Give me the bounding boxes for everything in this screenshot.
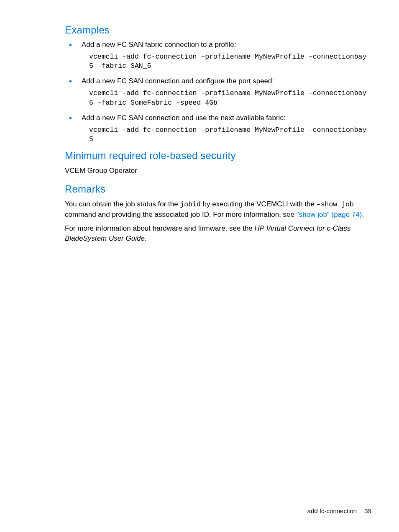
list-item: Add a new FC SAN connection and configur… [65,77,371,107]
text-run: You can obtain the job status for the [65,200,180,208]
text-run: For more information about hardware and … [65,224,255,232]
text-run: . [145,234,147,242]
heading-remarks: Remarks [65,183,371,195]
list-item: Add a new FC SAN fabric connection to a … [65,40,371,71]
heading-examples: Examples [65,24,371,36]
remarks-paragraph-2: For more information about hardware and … [65,224,371,243]
example-desc: Add a new FC SAN connection and configur… [82,77,274,85]
link-show-job[interactable]: "show job" (page 74) [297,211,362,218]
example-desc: Add a new FC SAN connection and use the … [82,114,286,122]
example-desc: Add a new FC SAN fabric connection to a … [82,41,236,49]
page-footer: add fc-connection 39 [307,507,371,514]
text-run: command and providing the associated job… [65,211,297,218]
security-text: VCEM Group Operator [65,166,371,175]
example-code: vcemcli -add fc-connection –profilename … [82,126,371,144]
inline-code: –show job [317,200,354,208]
footer-page-number: 39 [364,507,371,514]
heading-security: Minimum required role-based security [65,150,371,162]
list-item: Add a new FC SAN connection and use the … [65,113,371,144]
example-code: vcemcli -add fc-connection –profilename … [82,52,371,71]
footer-section: add fc-connection [307,507,357,514]
remarks-paragraph-1: You can obtain the job status for the jo… [65,199,371,219]
text-run: by executing the VCEMCLI with the [201,200,317,208]
document-page: Examples Add a new FC SAN fabric connect… [0,0,399,532]
text-run: . [362,211,364,218]
inline-code: jobid [180,200,201,208]
examples-list: Add a new FC SAN fabric connection to a … [65,40,371,144]
example-code: vcemcli -add fc-connection –profilename … [82,89,371,108]
